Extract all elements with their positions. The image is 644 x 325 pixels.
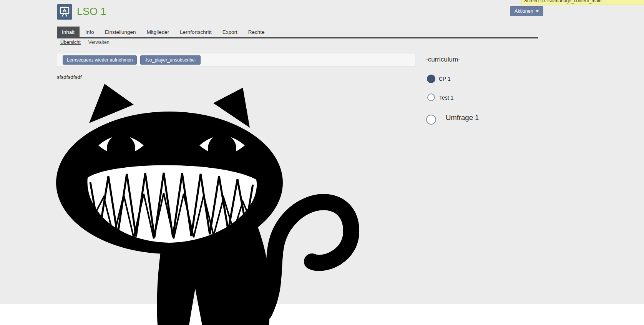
chevron-down-icon: [536, 10, 539, 12]
page: Screen-ID: lso/manage_content_main LSO 1…: [0, 0, 644, 325]
tab-inhalt[interactable]: Inhalt: [57, 27, 80, 37]
actions-button-label: Aktionen: [515, 8, 533, 14]
curriculum-step-label[interactable]: Umfrage 1: [446, 113, 479, 122]
curriculum-connector: [431, 83, 431, 93]
curriculum-step-node-test1[interactable]: [427, 93, 435, 101]
curriculum-step-label[interactable]: CP 1: [439, 76, 451, 82]
black-cat-illustration: [54, 82, 361, 325]
tab-info[interactable]: Info: [80, 27, 99, 37]
curriculum-step-label[interactable]: Test 1: [439, 95, 453, 101]
unsubscribe-button[interactable]: -lso_player_unsubscribe-: [140, 55, 200, 65]
cat-tail: [264, 202, 351, 312]
curriculum-step-node-umfrage1[interactable]: [426, 115, 436, 125]
curriculum-step-node-cp1[interactable]: [427, 75, 435, 83]
page-title: LSO 1: [77, 6, 106, 18]
content-description: sfsdfsdfsdf: [57, 74, 82, 80]
content-toolbar: Lernsequenz wieder aufnehmen -lso_player…: [57, 53, 415, 67]
tab-export[interactable]: Export: [217, 27, 242, 37]
subtab-verwalten[interactable]: Verwalten: [88, 40, 110, 45]
resume-sequence-button[interactable]: Lernsequenz wieder aufnehmen: [63, 55, 137, 65]
learning-sequence-board-icon: [58, 6, 71, 18]
content-image-black-cat: [54, 82, 361, 325]
tab-mitglieder[interactable]: Mitglieder: [142, 27, 174, 37]
curriculum-title: -curriculum-: [426, 56, 460, 63]
subtab-uebersicht[interactable]: Übersicht: [60, 40, 81, 45]
tab-lernfortschritt[interactable]: Lernfortschritt: [175, 27, 217, 37]
subtab-bar: Übersicht Verwalten: [60, 40, 110, 45]
curriculum-connector: [431, 102, 431, 114]
tab-rechte[interactable]: Rechte: [243, 27, 270, 37]
tab-einstellungen[interactable]: Einstellungen: [100, 27, 141, 37]
screen-id-badge: Screen-ID: lso/manage_content_main: [521, 0, 644, 5]
actions-button[interactable]: Aktionen: [510, 6, 543, 16]
tab-bar: Inhalt Info Einstellungen Mitglieder Ler…: [57, 27, 538, 38]
app-logo[interactable]: [57, 4, 72, 20]
